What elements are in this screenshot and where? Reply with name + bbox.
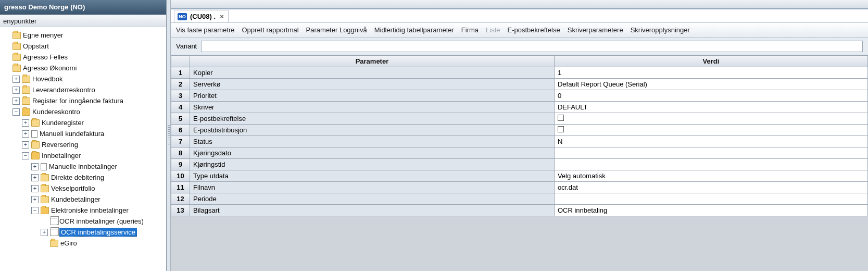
menu-item[interactable]: Vis faste parametre (176, 26, 234, 34)
tree-item[interactable]: −Kundereskontro (1, 106, 166, 117)
row-number[interactable]: 9 (171, 159, 190, 170)
splitter-grip-icon (168, 125, 170, 146)
tree-item[interactable]: −Innbetalinger (1, 150, 166, 161)
tree-item[interactable]: +Kunderegister (1, 117, 166, 128)
tree-item[interactable]: −Elektroniske innbetalinger (1, 204, 166, 215)
tree-item[interactable]: Agresso Økonomi (1, 62, 166, 73)
collapse-icon[interactable]: − (12, 108, 20, 116)
menu-bar: Vis faste parametreOpprett rapportmalPar… (171, 23, 868, 38)
value-cell[interactable] (554, 113, 867, 125)
value-cell[interactable]: OCR innbetaling (554, 205, 867, 216)
menu-item[interactable]: Skriverparametere (568, 26, 623, 34)
collapse-icon[interactable]: − (22, 152, 29, 159)
param-cell[interactable]: E-postdistribusjon (190, 125, 555, 136)
tree-item[interactable]: +Leverandørreskontro (1, 84, 166, 95)
param-cell[interactable]: Type utdata (190, 170, 555, 182)
value-cell[interactable]: 1 (554, 67, 867, 79)
param-cell[interactable]: Bilagsart (190, 205, 555, 216)
tree-item[interactable]: Agresso Felles (1, 51, 166, 62)
expand-icon[interactable]: + (31, 174, 39, 181)
expand-icon[interactable]: + (22, 119, 29, 127)
tree-item[interactable]: OCR innbetalinger (queries) (1, 215, 166, 226)
pages-icon (50, 218, 57, 225)
tree-item[interactable]: +OCR innbetalingsservice (1, 226, 166, 237)
tree-item[interactable]: +Direkte debitering (1, 171, 166, 182)
row-number[interactable]: 8 (171, 147, 190, 159)
param-cell[interactable]: Prioritet (190, 90, 555, 102)
folder-closed-icon (12, 54, 21, 61)
tab-cu08[interactable]: NO (CU08) . × (174, 10, 229, 22)
checkbox-icon[interactable] (558, 115, 564, 121)
value-cell[interactable] (554, 147, 867, 159)
expand-icon[interactable]: + (12, 87, 20, 94)
tree-item[interactable]: Egne menyer (1, 29, 166, 40)
row-number[interactable]: 6 (171, 125, 190, 136)
row-number[interactable]: 1 (171, 67, 190, 79)
parameter-grid-wrap[interactable]: Parameter Verdi 1Kopier12ServerkøDefault… (171, 55, 868, 271)
grid-corner[interactable] (171, 56, 190, 67)
value-cell[interactable]: N (554, 136, 867, 147)
param-cell[interactable]: Kopier (190, 67, 555, 79)
grid-header-value[interactable]: Verdi (554, 56, 867, 67)
value-cell[interactable] (554, 193, 867, 205)
tree-item[interactable]: +Register for inngående faktura (1, 95, 166, 106)
splitter[interactable] (167, 0, 171, 271)
row-number[interactable]: 3 (171, 90, 190, 102)
expand-icon[interactable]: + (41, 229, 48, 236)
collapse-icon[interactable]: − (31, 207, 39, 214)
expand-icon[interactable]: + (22, 130, 29, 138)
value-cell[interactable]: DEFAULT (554, 102, 867, 113)
param-cell[interactable]: Kjøringstid (190, 159, 555, 170)
row-number[interactable]: 5 (171, 113, 190, 125)
tree-item[interactable]: +Hovedbok (1, 73, 166, 84)
tree-item[interactable]: Oppstart (1, 40, 166, 51)
tree-item[interactable]: +Manuell kundefaktura (1, 128, 166, 139)
row-number[interactable]: 12 (171, 193, 190, 205)
value-cell[interactable] (554, 159, 867, 170)
tree-item[interactable]: +Kundebetalinger (1, 193, 166, 204)
value-cell[interactable] (554, 125, 867, 136)
row-number[interactable]: 13 (171, 205, 190, 216)
param-cell[interactable]: Kjøringsdato (190, 147, 555, 159)
expand-icon[interactable]: + (31, 196, 39, 203)
value-cell[interactable]: 0 (554, 90, 867, 102)
menu-item[interactable]: E-postbekreftelse (508, 26, 560, 34)
menu-item[interactable]: Opprett rapportmal (242, 26, 298, 34)
tree-scroll[interactable]: Egne menyerOppstartAgresso FellesAgresso… (0, 27, 166, 271)
tree-item[interactable]: +Reversering (1, 139, 166, 150)
param-cell[interactable]: Skriver (190, 102, 555, 113)
menu-item[interactable]: Parameter Loggnivå (306, 26, 367, 34)
param-cell[interactable]: Filnavn (190, 182, 555, 193)
expand-icon[interactable]: + (12, 76, 20, 83)
row-number[interactable]: 2 (171, 79, 190, 90)
tree-item-label: Reversering (42, 141, 78, 149)
param-cell[interactable]: E-postbekreftelse (190, 113, 555, 125)
expand-icon[interactable]: + (12, 97, 20, 105)
tree-item-label: Manuelle innbetalinger (49, 163, 117, 170)
table-row: 13BilagsartOCR innbetaling (171, 205, 868, 216)
param-cell[interactable]: Status (190, 136, 555, 147)
menu-item[interactable]: Firma (461, 26, 479, 34)
tree-item[interactable]: eGiro (1, 237, 166, 248)
value-cell[interactable]: ocr.dat (554, 182, 867, 193)
row-number[interactable]: 10 (171, 170, 190, 182)
value-cell[interactable]: Velg automatisk (554, 170, 867, 182)
tab-close-icon[interactable]: × (219, 13, 225, 20)
expander-spacer (3, 65, 10, 72)
checkbox-icon[interactable] (558, 126, 564, 132)
param-cell[interactable]: Periode (190, 193, 555, 205)
tree-item[interactable]: +Manuelle innbetalinger (1, 161, 166, 171)
grid-header-parameter[interactable]: Parameter (190, 56, 555, 67)
row-number[interactable]: 7 (171, 136, 190, 147)
menu-item[interactable]: Skriveropplysninger (631, 26, 690, 34)
tree-item[interactable]: +Vekselportfolio (1, 182, 166, 193)
expand-icon[interactable]: + (31, 185, 39, 192)
menu-item[interactable]: Midlertidig tabellparameter (374, 26, 454, 34)
param-cell[interactable]: Serverkø (190, 79, 555, 90)
row-number[interactable]: 4 (171, 102, 190, 113)
expand-icon[interactable]: + (31, 163, 39, 170)
expand-icon[interactable]: + (22, 141, 29, 149)
value-cell[interactable]: Default Report Queue (Serial) (554, 79, 867, 90)
variant-input[interactable] (201, 41, 863, 52)
row-number[interactable]: 11 (171, 182, 190, 193)
